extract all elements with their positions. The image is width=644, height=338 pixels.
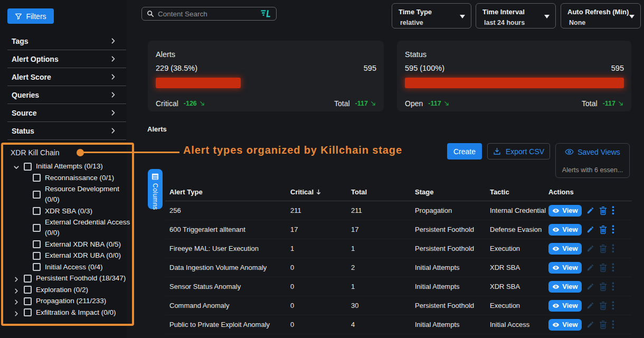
- sidebar-menu-item[interactable]: Status: [7, 122, 126, 140]
- kebab-menu-icon[interactable]: [612, 263, 614, 272]
- kebab-menu-icon[interactable]: [612, 244, 614, 253]
- view-button[interactable]: View: [548, 300, 582, 312]
- killchain-tree-item[interactable]: Initial Access (0/4): [3, 262, 132, 273]
- delete-trash-icon[interactable]: [599, 283, 607, 291]
- killchain-tree-item[interactable]: Reconnaissance (0/1): [3, 173, 132, 183]
- tree-checkbox[interactable]: [33, 191, 41, 199]
- delete-trash-icon[interactable]: [599, 264, 607, 272]
- edit-pencil-icon[interactable]: [586, 245, 594, 252]
- sidebar-menu-item[interactable]: Alert Score: [7, 68, 126, 86]
- edit-pencil-icon[interactable]: [586, 283, 594, 290]
- table-row[interactable]: Fireeye MAL: User Execution 1 1 Persiste…: [165, 239, 632, 258]
- dropdown-select[interactable]: Auto Refresh (Min) None: [561, 3, 641, 29]
- edit-pencil-icon[interactable]: [586, 264, 594, 271]
- table-row[interactable]: Command Anomaly 0 30 Persistent Foothold…: [165, 296, 632, 315]
- tree-checkbox[interactable]: [33, 207, 41, 215]
- dropdown-label: Time Interval: [482, 8, 547, 16]
- kebab-menu-icon[interactable]: [612, 320, 614, 329]
- eye-icon: [552, 207, 560, 214]
- view-button[interactable]: View: [548, 205, 582, 217]
- killchain-tree-item[interactable]: Persistent Foothold (18/347): [3, 273, 132, 284]
- chevron-right-icon[interactable]: [13, 287, 20, 293]
- columns-button[interactable]: Columns: [148, 169, 163, 209]
- edit-pencil-icon[interactable]: [586, 206, 594, 214]
- tree-item-label: Exfiltration & Impact (0/0): [36, 307, 116, 318]
- tree-checkbox[interactable]: [33, 240, 41, 248]
- tree-checkbox[interactable]: [33, 263, 41, 271]
- column-header-tactic[interactable]: Tactic: [490, 188, 548, 196]
- sidebar-menu-item[interactable]: Queries: [7, 86, 126, 104]
- kebab-menu-icon[interactable]: [612, 225, 614, 234]
- delete-trash-icon[interactable]: [599, 245, 607, 253]
- killchain-tree-item[interactable]: External Credential Access (0/0): [3, 217, 132, 238]
- sidebar-menu-item[interactable]: Alert Options: [7, 50, 126, 68]
- edit-pencil-icon[interactable]: [586, 321, 594, 328]
- table-row[interactable]: 600 Triggeralert alltenant 17 17 Persist…: [165, 220, 632, 239]
- table-row[interactable]: Sensor Status Anomaly 0 1 Initial Attemp…: [165, 277, 632, 296]
- dropdown-select[interactable]: Time Interval last 24 hours: [476, 3, 556, 29]
- killchain-tree-item[interactable]: Resource Development (0/0): [3, 184, 132, 205]
- view-button[interactable]: View: [548, 319, 582, 331]
- edit-pencil-icon[interactable]: [586, 226, 594, 233]
- tree-checkbox[interactable]: [33, 174, 41, 182]
- killchain-tree-item[interactable]: Initial Attempts (0/13): [3, 161, 132, 172]
- cell-stage: Persistent Foothold: [415, 245, 490, 252]
- table-row[interactable]: 256 211 211 Propagation Internal Credent…: [165, 201, 632, 220]
- view-button[interactable]: View: [548, 262, 582, 274]
- chevron-down-icon[interactable]: [13, 163, 20, 170]
- caret-down-icon: [460, 15, 465, 18]
- export-csv-button[interactable]: Export CSV: [487, 143, 550, 159]
- killchain-section-title[interactable]: XDR Kill Chain: [11, 148, 60, 157]
- chevron-right-icon[interactable]: [13, 275, 20, 281]
- saved-views-dropdown[interactable]: Saved Views Alerts with 6 essen...: [555, 143, 630, 178]
- card-right-value: 595: [611, 64, 624, 72]
- delete-trash-icon[interactable]: [599, 302, 607, 310]
- view-button[interactable]: View: [548, 224, 582, 236]
- card-left-value: 229 (38.5%): [156, 64, 197, 72]
- tree-checkbox[interactable]: [24, 275, 32, 283]
- tree-item-label: Reconnaissance (0/1): [45, 173, 114, 183]
- killchain-tree-item[interactable]: Propagation (211/233): [3, 296, 132, 306]
- table-row[interactable]: Public to Private Exploit Anomaly 0 4 In…: [165, 315, 632, 334]
- view-button[interactable]: View: [548, 243, 582, 255]
- view-button[interactable]: View: [548, 281, 582, 293]
- filters-button[interactable]: Filters: [7, 8, 54, 24]
- killchain-tree-item[interactable]: External XDR NBA (0/5): [3, 239, 132, 250]
- create-button[interactable]: Create: [447, 143, 482, 159]
- sidebar-menu-item[interactable]: Tags: [7, 32, 126, 50]
- tree-item-label: Exploration (0/2): [36, 285, 88, 295]
- tree-checkbox[interactable]: [33, 252, 41, 260]
- dropdown-select[interactable]: Time Type relative: [392, 3, 471, 29]
- kebab-menu-icon[interactable]: [612, 206, 614, 215]
- chevron-right-icon: [110, 91, 117, 98]
- kebab-menu-icon[interactable]: [612, 282, 614, 291]
- column-header-critical[interactable]: Critical: [290, 188, 351, 196]
- delete-trash-icon[interactable]: [599, 226, 607, 234]
- tree-checkbox[interactable]: [24, 286, 32, 294]
- tree-checkbox[interactable]: [33, 224, 41, 232]
- column-header-stage[interactable]: Stage: [415, 188, 490, 196]
- chevron-right-icon[interactable]: [13, 298, 20, 304]
- tree-checkbox[interactable]: [24, 308, 32, 316]
- tree-checkbox[interactable]: [24, 163, 32, 171]
- chevron-right-icon[interactable]: [13, 309, 20, 316]
- killchain-tree-item[interactable]: Exploration (0/2): [3, 285, 132, 295]
- column-header-total[interactable]: Total: [351, 188, 415, 196]
- delete-trash-icon[interactable]: [599, 206, 607, 215]
- killchain-tree: Initial Attempts (0/13) Reconnaissance (…: [3, 161, 132, 318]
- killchain-tree-item[interactable]: XDR SBA (0/3): [3, 206, 132, 217]
- delete-trash-icon[interactable]: [599, 321, 607, 329]
- sidebar-menu-item[interactable]: Source: [7, 104, 126, 122]
- eye-icon: [565, 147, 574, 156]
- tree-checkbox[interactable]: [24, 297, 32, 305]
- killchain-tree-item[interactable]: Exfiltration & Impact (0/0): [3, 307, 132, 318]
- killchain-tree-item[interactable]: External XDR UBA (0/0): [3, 250, 132, 261]
- spotter-logo-icon[interactable]: [260, 9, 271, 18]
- cell-stage: Persistent Foothold: [415, 302, 490, 309]
- column-header-alert-type[interactable]: Alert Type: [169, 188, 290, 196]
- kebab-menu-icon[interactable]: [612, 301, 614, 310]
- cell-alert-type: Data Ingestion Volume Anomaly: [169, 264, 290, 271]
- table-row[interactable]: Data Ingestion Volume Anomaly 0 2 Initia…: [165, 258, 632, 277]
- content-search-input[interactable]: Content Search: [141, 7, 277, 21]
- edit-pencil-icon[interactable]: [586, 302, 594, 309]
